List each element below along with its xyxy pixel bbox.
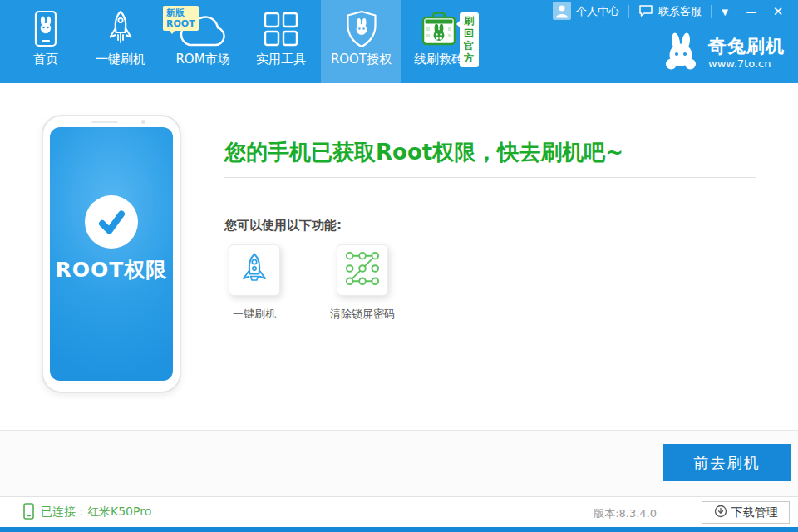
download-manager-button[interactable]: 下载管理	[702, 501, 790, 524]
phone-speaker	[91, 121, 118, 123]
grid-tools-icon	[262, 8, 300, 50]
connection-text: 已连接：红米K50Pro	[41, 505, 151, 520]
nav-item-home[interactable]: 首页	[6, 0, 86, 83]
features-caption: 您可以使用以下功能:	[224, 218, 342, 234]
dropdown-menu-button[interactable]: ▼	[712, 0, 738, 23]
success-check-icon	[85, 195, 138, 249]
brand-logo: 奇兔刷机 www.7to.cn	[661, 32, 785, 74]
home-phone-rabbit-icon	[30, 8, 62, 50]
main-content: ROOT权限 您的手机已获取Root权限，快去刷机吧~ 您可以使用以下功能:	[0, 83, 798, 430]
connected-phone-icon	[23, 503, 34, 522]
version-label: 版本:8.3.4.0	[594, 506, 657, 521]
minimize-button[interactable]: —	[738, 0, 765, 23]
official-rom-badge: 刷回 官方	[460, 12, 479, 67]
shield-rabbit-icon	[344, 8, 379, 50]
rabbit-logo-icon	[661, 32, 701, 74]
nav-label: 一键刷机	[96, 52, 145, 67]
brand-site: www.7to.cn	[708, 57, 785, 70]
rescue-bag-icon	[420, 8, 458, 50]
feature-label: 清除锁屏密码	[330, 307, 395, 322]
close-button[interactable]: ✕	[765, 0, 791, 23]
download-manager-label: 下载管理	[732, 505, 778, 520]
feature-clear-lock: 清除锁屏密码	[311, 244, 414, 322]
new-root-badge: 新版 ROOT	[163, 6, 199, 31]
page-title: 您的手机已获取Root权限，快去刷机吧~	[224, 138, 623, 167]
navbar: 首页 一键刷机 新版 ROOT ROM市场	[0, 0, 798, 83]
rocket-icon	[106, 8, 135, 50]
window-bottom-edge	[0, 527, 798, 532]
root-permission-label: ROOT权限	[50, 256, 173, 283]
rocket-feature-icon	[238, 252, 271, 288]
nav-item-rescue[interactable]: 刷回 官方 线刷	[399, 0, 479, 83]
phone-illustration: ROOT权限	[42, 115, 181, 393]
contact-support-label: 联系客服	[658, 4, 702, 19]
nav-item-root-auth[interactable]: ROOT授权	[321, 0, 401, 83]
footer: 前去刷机	[0, 430, 798, 496]
chat-bubble-icon	[638, 4, 653, 20]
app-window: 首页 一键刷机 新版 ROOT ROM市场	[0, 0, 798, 532]
phone-screen: ROOT权限	[50, 127, 173, 381]
phone-camera-dot	[141, 120, 145, 124]
nav-label: ROM市场	[175, 52, 229, 67]
nav-label: 首页	[33, 52, 58, 67]
user-center-label: 个人中心	[576, 4, 619, 19]
statusbar: 已连接：红米K50Pro 版本:8.3.4.0 下载管理	[0, 496, 798, 527]
download-icon	[714, 505, 727, 520]
contact-support-button[interactable]: 联系客服	[629, 0, 711, 23]
avatar	[553, 2, 571, 22]
feature-label: 一键刷机	[233, 307, 276, 322]
nav-label: 线刷救砖	[414, 52, 464, 67]
nav-label: ROOT授权	[331, 52, 392, 67]
feature-one-key-flash: 一键刷机	[203, 244, 306, 322]
nav-item-tools[interactable]: 实用工具	[241, 0, 321, 83]
connection-status: 已连接：红米K50Pro	[23, 497, 151, 527]
nav-item-rom-market[interactable]: 新版 ROOT ROM市场	[163, 0, 243, 83]
titlebar: 个人中心 联系客服 ▼ — ✕	[544, 0, 791, 23]
clear-lock-password-button[interactable]	[337, 244, 388, 296]
pattern-lock-icon	[344, 250, 381, 290]
brand-name: 奇兔刷机	[708, 36, 785, 57]
go-flash-button[interactable]: 前去刷机	[663, 444, 791, 481]
user-center-button[interactable]: 个人中心	[544, 0, 628, 23]
nav-item-one-key-flash[interactable]: 一键刷机	[81, 0, 160, 83]
one-key-flash-button[interactable]	[229, 244, 280, 296]
divider	[224, 177, 756, 178]
nav-label: 实用工具	[256, 52, 306, 67]
